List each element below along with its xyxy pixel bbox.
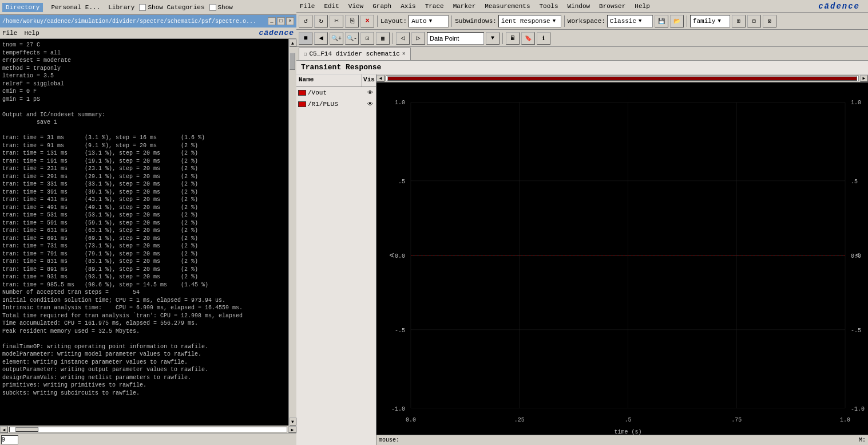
svg-rect-0 <box>376 82 868 435</box>
signal-color-vout <box>298 90 306 96</box>
family-action1-button[interactable]: ⊞ <box>732 15 746 27</box>
waveform-area: ◻ C5_F14 divider schematic × Transient R… <box>296 47 868 445</box>
spectre-menubar: File Help cādence <box>0 27 296 39</box>
menu-window[interactable]: Window <box>568 3 590 10</box>
menu-view[interactable]: View <box>348 3 363 10</box>
directory-tab[interactable]: Directory <box>2 3 43 12</box>
close-button[interactable]: × <box>286 17 294 25</box>
menu-help[interactable]: Help <box>24 30 39 37</box>
scroll-left-button[interactable]: ◀ <box>0 426 8 433</box>
scroll-down-button[interactable]: ▼ <box>290 418 296 426</box>
menu-browser[interactable]: Browser <box>599 3 625 10</box>
chart-top-scrollbar[interactable]: ◀ ▶ <box>376 74 868 82</box>
menu-tools[interactable]: Tools <box>539 3 558 10</box>
menu-file-right[interactable]: File <box>300 3 315 10</box>
menu-axis[interactable]: Axis <box>401 3 415 10</box>
menu-help-right[interactable]: Help <box>635 3 649 10</box>
show-check[interactable] <box>209 4 216 11</box>
show-categories-check[interactable] <box>139 4 146 11</box>
menu-trace[interactable]: Trace <box>425 3 444 10</box>
chart-bottom-bar: mouse: M: <box>376 435 868 445</box>
family-dropdown[interactable]: family ▼ <box>690 15 730 27</box>
data-point-input[interactable] <box>427 32 484 45</box>
svg-text:-1.0: -1.0 <box>851 405 865 413</box>
personal-e-tab[interactable]: Personal E... <box>47 3 104 12</box>
workspace-dropdown[interactable]: Classic ▼ <box>607 15 653 27</box>
family-action2-button[interactable]: ⊟ <box>747 15 761 27</box>
signal-name-vout: /Vout <box>308 89 364 96</box>
play-back-button[interactable]: ◀ <box>314 32 328 45</box>
workspace-label: Workspace: <box>568 18 605 25</box>
family-action3-button[interactable]: ⊠ <box>763 15 776 27</box>
svg-text:.25: .25 <box>514 416 525 423</box>
right-brand: cādence <box>818 2 865 11</box>
m-label: M: <box>859 437 866 443</box>
pan-left-button[interactable]: ◁ <box>396 32 410 45</box>
info-button[interactable]: ℹ <box>537 32 550 45</box>
save-workspace-button[interactable]: 💾 <box>655 15 668 27</box>
signal-vis-vout[interactable]: 👁 <box>366 89 374 97</box>
layout-dropdown-arrow: ▼ <box>429 18 432 24</box>
signal-vis-r1plus[interactable]: 👁 <box>366 100 374 108</box>
menu-file[interactable]: File <box>2 30 17 37</box>
zoom-select-button[interactable]: ▦ <box>376 32 390 45</box>
tab-close-indicator: ◻ <box>304 51 307 57</box>
workspace-dropdown-arrow: ▼ <box>639 18 641 24</box>
chart-scroll-thumb[interactable] <box>387 76 857 81</box>
horizontal-scrollbar[interactable]: ◀ ▶ <box>0 426 296 434</box>
show-checkbox[interactable]: Show <box>209 4 233 11</box>
svg-text:1.0: 1.0 <box>840 416 850 423</box>
chart-scroll-left[interactable]: ◀ <box>376 75 385 82</box>
menu-marker[interactable]: Marker <box>453 3 476 10</box>
pan-right-button[interactable]: ▷ <box>411 32 425 45</box>
restore-button[interactable]: □ <box>277 17 285 25</box>
svg-text:V: V <box>853 253 861 258</box>
data-point-action[interactable]: ▼ <box>486 32 500 45</box>
menu-measurements[interactable]: Measurements <box>485 3 530 10</box>
zoom-out-button[interactable]: 🔍- <box>345 32 359 45</box>
console-input[interactable] <box>1 435 18 444</box>
minimize-button[interactable]: _ <box>268 17 276 25</box>
h-scroll-track <box>9 427 287 432</box>
layout-dropdown[interactable]: Auto ▼ <box>409 15 449 27</box>
left-panel: Directory Personal E... Library Show Cat… <box>0 0 296 445</box>
menu-graph[interactable]: Graph <box>372 3 391 10</box>
load-workspace-button[interactable]: 📂 <box>670 15 684 27</box>
menu-edit[interactable]: Edit <box>324 3 339 10</box>
cut-button[interactable]: ✂ <box>330 15 343 27</box>
signal-panel: Name Vis /Vout 👁 /R1/PLUS 👁 <box>296 74 376 445</box>
delete-button[interactable]: × <box>360 15 374 27</box>
spectre-window: /home/workuy/cadence/simulation/divider/… <box>0 15 296 445</box>
stop-button[interactable]: ■ <box>299 32 312 45</box>
waveform-tab-item[interactable]: ◻ C5_F14 divider schematic × <box>299 48 411 60</box>
tab-close-button[interactable]: × <box>402 51 406 57</box>
vertical-scrollbar[interactable]: ▲ ▼ <box>288 39 296 426</box>
svg-text:0.0: 0.0 <box>395 253 405 260</box>
chart-scroll-right[interactable]: ▶ <box>860 75 868 82</box>
svg-text:.5: .5 <box>851 178 858 186</box>
waveform-tab-bar: ◻ C5_F14 divider schematic × <box>296 47 868 61</box>
spectre-console[interactable]: tnom = 27 C tempeffects = all errpreset … <box>0 39 288 426</box>
right-toolbar1: ↺ ↻ ✂ ⎘ × Layout: Auto ▼ Subwindows: ien… <box>296 13 868 30</box>
show-categories-checkbox[interactable]: Show Categories <box>139 4 204 11</box>
undo-button[interactable]: ↺ <box>299 15 312 27</box>
scroll-track <box>289 47 296 418</box>
family-dropdown-arrow: ▼ <box>718 18 720 24</box>
scroll-right-button[interactable]: ▶ <box>288 426 296 433</box>
scroll-up-button[interactable]: ▲ <box>290 39 296 47</box>
zoom-fit-button[interactable]: ⊡ <box>360 32 374 45</box>
right-panel: File Edit View Graph Axis Trace Marker M… <box>296 0 868 445</box>
subwindows-dropdown[interactable]: ient Response ▼ <box>498 15 561 27</box>
right-menubar: File Edit View Graph Axis Trace Marker M… <box>296 0 868 13</box>
svg-text:.5: .5 <box>398 178 405 186</box>
signal-row-vout: /Vout 👁 <box>296 87 376 99</box>
redo-button[interactable]: ↻ <box>314 15 328 27</box>
chart-canvas[interactable]: 1.0 .5 0.0 -.5 -1.0 A 1.0 .5 0.0 -.5 <box>376 82 868 435</box>
scroll-thumb[interactable] <box>290 53 295 70</box>
bookmark-button[interactable]: 🔖 <box>521 32 535 45</box>
h-scroll-thumb[interactable] <box>15 427 38 432</box>
calculator-button[interactable]: 🖩 <box>506 32 520 45</box>
zoom-in-button[interactable]: 🔍+ <box>330 32 343 45</box>
copy-button[interactable]: ⎘ <box>345 15 359 27</box>
chart-scroll-track <box>386 76 859 81</box>
